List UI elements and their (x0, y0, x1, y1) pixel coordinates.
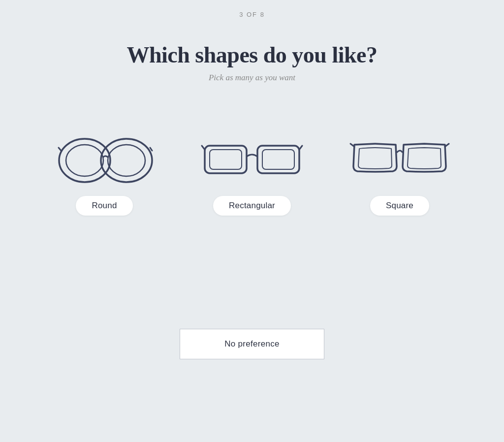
svg-rect-9 (262, 150, 294, 169)
shape-option-square[interactable]: Square (346, 135, 454, 216)
no-preference-button[interactable]: No preference (180, 329, 324, 359)
page-title: Which shapes do you like? (127, 42, 378, 68)
svg-line-4 (59, 148, 61, 151)
progress-indicator: 3 OF 8 (239, 11, 265, 18)
round-glasses-icon (50, 135, 158, 184)
svg-line-5 (150, 148, 152, 151)
rectangular-glasses-icon (198, 135, 306, 184)
rectangular-label: Rectangular (213, 196, 291, 216)
round-label: Round (76, 196, 132, 216)
square-glasses-icon (346, 135, 454, 184)
svg-point-1 (66, 145, 103, 176)
page-header: Which shapes do you like? Pick as many a… (127, 42, 378, 83)
svg-line-11 (299, 146, 302, 150)
page-subtitle: Pick as many as you want (127, 73, 378, 83)
shapes-container: Round Rectangular (50, 135, 454, 216)
square-label: Square (370, 196, 429, 216)
shape-option-round[interactable]: Round (50, 135, 158, 216)
shape-option-rectangular[interactable]: Rectangular (198, 135, 306, 216)
svg-rect-7 (210, 150, 242, 169)
svg-line-10 (202, 146, 205, 150)
svg-point-3 (108, 145, 145, 176)
